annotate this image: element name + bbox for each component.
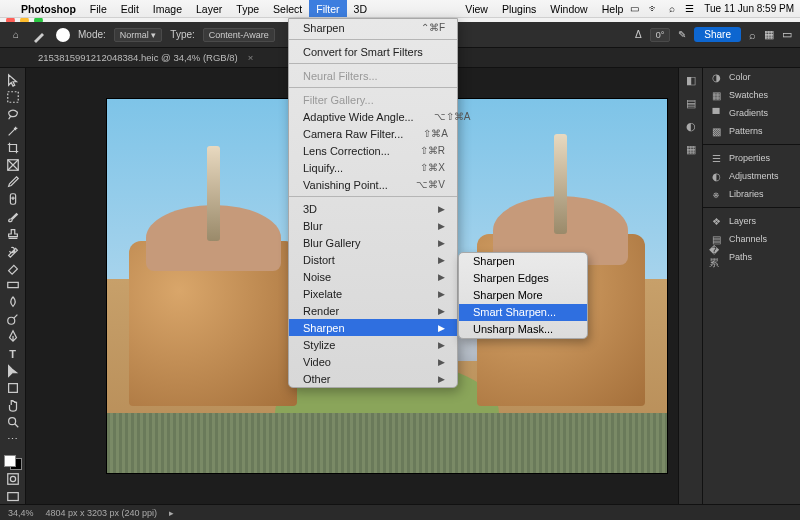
panel-icon[interactable]: ◐ [686, 120, 696, 133]
menubar-help[interactable]: Help [595, 0, 631, 17]
panel-swatches[interactable]: ▦Swatches [703, 86, 800, 104]
angle-icon: Δ [635, 29, 642, 40]
panel-paths[interactable]: �累Paths [703, 248, 800, 266]
gradient-tool[interactable] [3, 278, 23, 293]
pressure-icon[interactable]: ✎ [678, 29, 686, 40]
blur-tool[interactable] [3, 295, 23, 310]
document-tab[interactable]: 215381599121204838​4.heic @ 34,4% (RGB/8… [28, 52, 248, 63]
filter-blur-gallery[interactable]: Blur Gallery▶ [289, 234, 457, 251]
menubar-app[interactable]: Photoshop [14, 0, 83, 17]
filter-render[interactable]: Render▶ [289, 302, 457, 319]
panel-gradients[interactable]: ▀Gradients [703, 104, 800, 122]
sharpen-edges[interactable]: Sharpen Edges [459, 270, 587, 287]
panel-properties[interactable]: ☰Properties [703, 149, 800, 167]
filter-convert-smart[interactable]: Convert for Smart Filters [289, 43, 457, 60]
adjustments-icon: ◐ [709, 170, 723, 182]
wand-tool[interactable] [3, 123, 23, 138]
move-tool[interactable] [3, 72, 23, 87]
panel-adjustments[interactable]: ◐Adjustments [703, 167, 800, 185]
panel-icon[interactable]: ◧ [686, 74, 696, 87]
filter-camera-raw[interactable]: Camera Raw Filter...⇧⌘A [289, 125, 457, 142]
crop-tool[interactable] [3, 141, 23, 156]
path-tool[interactable] [3, 363, 23, 378]
filter-pixelate[interactable]: Pixelate▶ [289, 285, 457, 302]
panel-icon[interactable]: ▤ [686, 97, 696, 110]
arrange-icon[interactable]: ▭ [782, 28, 792, 41]
edit-toolbar[interactable]: ⋯ [3, 432, 23, 447]
brush-tool[interactable] [3, 209, 23, 224]
marquee-tool[interactable] [3, 89, 23, 104]
sharpen-sharpen[interactable]: Sharpen [459, 253, 587, 270]
filter-sharpen[interactable]: Sharpen▶ [289, 319, 457, 336]
filter-blur[interactable]: Blur▶ [289, 217, 457, 234]
right-panels: ◑Color ▦Swatches ▀Gradients ▩Patterns ☰P… [702, 68, 800, 504]
control-center-icon[interactable]: ☰ [685, 3, 694, 14]
eyedropper-tool[interactable] [3, 175, 23, 190]
color-icon: ◑ [709, 71, 723, 83]
filter-adaptive[interactable]: Adaptive Wide Angle...⌥⇧⌘A [289, 108, 457, 125]
zoom-tool[interactable] [3, 415, 23, 430]
quickmask-tool[interactable] [3, 472, 23, 487]
share-button[interactable]: Share [694, 27, 741, 42]
sharpen-smart[interactable]: Smart Sharpen... [459, 304, 587, 321]
color-swatch[interactable] [4, 455, 22, 470]
menubar-clock[interactable]: Tue 11 Jun 8:59 PM [704, 3, 794, 14]
history-brush-tool[interactable] [3, 243, 23, 258]
search-icon[interactable]: ⌕ [669, 3, 675, 14]
filter-other[interactable]: Other▶ [289, 370, 457, 387]
menubar-view[interactable]: View [458, 0, 495, 17]
shape-tool[interactable] [3, 380, 23, 395]
healing-tool[interactable] [3, 192, 23, 207]
lasso-tool[interactable] [3, 106, 23, 121]
angle-input[interactable]: 0° [650, 28, 671, 42]
tool-preset-icon[interactable] [32, 27, 48, 43]
filter-last[interactable]: Sharpen⌃⌘F [289, 19, 457, 36]
menubar-type[interactable]: Type [229, 0, 266, 17]
menubar-image[interactable]: Image [146, 0, 189, 17]
filter-liquify[interactable]: Liquify...⇧⌘X [289, 159, 457, 176]
screenmode-tool[interactable] [3, 489, 23, 504]
home-icon[interactable]: ⌂ [8, 27, 24, 43]
menubar-filter[interactable]: Filter [309, 0, 346, 17]
panel-layers[interactable]: ❖Layers [703, 212, 800, 230]
frame-tool[interactable] [3, 158, 23, 173]
status-dims[interactable]: 4804 px x 3203 px (240 ppi) [46, 508, 158, 518]
layers-icon: ❖ [709, 215, 723, 227]
filter-video[interactable]: Video▶ [289, 353, 457, 370]
panel-icon[interactable]: ▦ [686, 143, 696, 156]
panel-patterns[interactable]: ▩Patterns [703, 122, 800, 140]
close-tab-icon[interactable]: × [248, 52, 254, 63]
panel-color[interactable]: ◑Color [703, 68, 800, 86]
svg-point-8 [10, 477, 15, 482]
menubar-plugins[interactable]: Plugins [495, 0, 543, 17]
paths-icon: �累 [709, 251, 723, 263]
menubar-edit[interactable]: Edit [114, 0, 146, 17]
menubar-3d[interactable]: 3D [347, 0, 374, 17]
menubar-window[interactable]: Window [543, 0, 594, 17]
brush-preview-icon[interactable] [56, 28, 70, 42]
dodge-tool[interactable] [3, 312, 23, 327]
menubar-select[interactable]: Select [266, 0, 309, 17]
filter-distort[interactable]: Distort▶ [289, 251, 457, 268]
filter-3d[interactable]: 3D▶ [289, 200, 457, 217]
mode-select[interactable]: Normal ▾ [114, 28, 163, 42]
stamp-tool[interactable] [3, 226, 23, 241]
panel-libraries[interactable]: ⎈Libraries [703, 185, 800, 203]
status-chevron-icon[interactable]: ▸ [169, 508, 174, 518]
filter-lens[interactable]: Lens Correction...⇧⌘R [289, 142, 457, 159]
workspace-icon[interactable]: ▦ [764, 28, 774, 41]
menubar-file[interactable]: File [83, 0, 114, 17]
type-select[interactable]: Content-Aware [203, 28, 275, 42]
status-zoom[interactable]: 34,4% [8, 508, 34, 518]
search-ps-icon[interactable]: ⌕ [749, 29, 756, 41]
type-tool[interactable]: T [3, 346, 23, 361]
hand-tool[interactable] [3, 397, 23, 412]
menubar-layer[interactable]: Layer [189, 0, 229, 17]
eraser-tool[interactable] [3, 260, 23, 275]
pen-tool[interactable] [3, 329, 23, 344]
filter-stylize[interactable]: Stylize▶ [289, 336, 457, 353]
filter-vanishing[interactable]: Vanishing Point...⌥⌘V [289, 176, 457, 193]
filter-noise[interactable]: Noise▶ [289, 268, 457, 285]
sharpen-more[interactable]: Sharpen More [459, 287, 587, 304]
sharpen-unsharp[interactable]: Unsharp Mask... [459, 321, 587, 338]
